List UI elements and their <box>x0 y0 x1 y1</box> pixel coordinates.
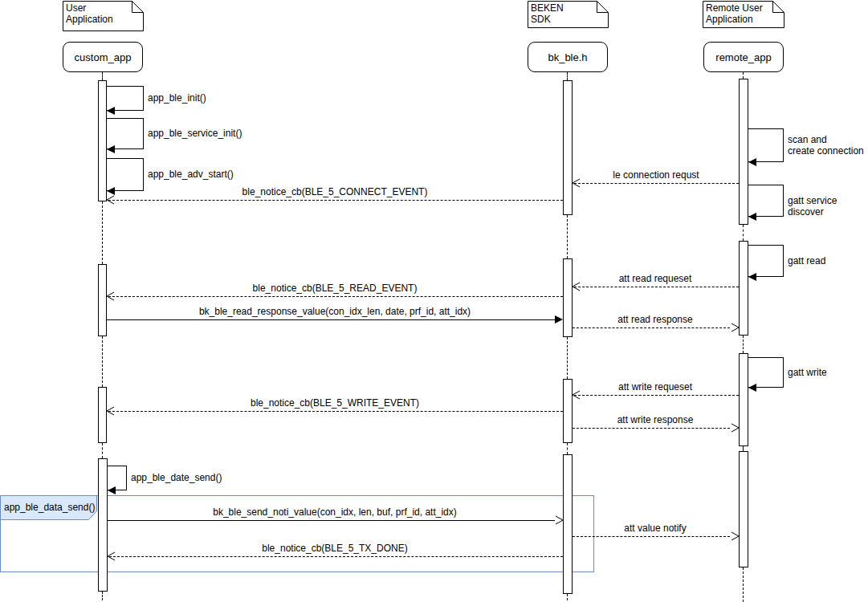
lifeline-bk-ble-h <box>567 72 568 80</box>
self-message-label: scan and create connection <box>788 134 864 157</box>
lifeline-custom-app <box>102 336 103 387</box>
actor-box-bk-ble-h: bk_ble.h <box>528 42 608 72</box>
lifeline-custom-app <box>102 592 103 600</box>
filled-arrowhead-left-icon <box>748 212 757 222</box>
lifeline-remote-app <box>743 72 744 79</box>
open-arrowhead-left-icon <box>107 551 116 561</box>
message-line-bk-ble-send-noti-value <box>108 520 555 521</box>
open-arrowhead-left-icon <box>106 291 116 301</box>
filled-arrowhead-left-icon <box>748 383 757 393</box>
filled-arrowhead-left-icon <box>107 486 116 495</box>
open-arrowhead-right-icon <box>730 531 740 541</box>
message-line-att-read-response <box>573 327 730 328</box>
message-label: bk_ble_read_response_value(con_idx_len, … <box>199 306 471 317</box>
message-label: le connection requst <box>613 169 699 181</box>
open-arrowhead-left-icon <box>572 390 581 400</box>
open-arrowhead-left-icon <box>572 178 581 188</box>
actor-box-label: custom_app <box>75 51 132 63</box>
message-label: bk_ble_send_noti_value(con_idx, len, buf… <box>213 506 457 518</box>
lifeline-custom-app <box>102 72 103 80</box>
filled-arrowhead-left-icon <box>748 157 757 167</box>
open-arrowhead-right-icon <box>730 423 740 433</box>
lifeline-custom-app <box>102 443 103 458</box>
self-message-label: app_ble_service_init() <box>148 128 242 139</box>
open-arrowhead-left-icon <box>106 406 116 416</box>
self-message-label: app_ble_init() <box>148 92 206 104</box>
lifeline-remote-app <box>743 336 744 353</box>
self-message-label: app_ble_date_send() <box>131 472 222 483</box>
activation-bar-bk-ble-h <box>563 454 573 594</box>
message-line-att-value-notify <box>573 536 730 537</box>
frame-label: app_ble_data_send() <box>4 502 95 513</box>
activation-bar-remote-app <box>739 353 748 446</box>
lifeline-bk-ble-h <box>567 594 568 600</box>
lifeline-bk-ble-h <box>567 337 568 379</box>
message-label: att read requeset <box>619 273 692 284</box>
message-line-bk-ble-read-response-value <box>107 319 555 320</box>
message-label: att write requeset <box>618 381 692 393</box>
lifeline-remote-app <box>743 225 744 241</box>
actor-note-remote-user-application: Remote User Application <box>706 2 763 25</box>
activation-bar-custom-app <box>98 80 107 201</box>
message-line-att-read-requeset <box>574 287 739 287</box>
actor-box-custom-app: custom_app <box>63 42 143 72</box>
message-line-le-connection-requst <box>574 183 739 184</box>
filled-arrowhead-left-icon <box>106 106 116 116</box>
message-label: ble_notice_cb(BLE_5_READ_EVENT) <box>253 283 418 294</box>
self-message-label: gatt write <box>788 367 827 378</box>
filled-arrowhead-left-icon <box>106 144 116 154</box>
open-arrowhead-right-icon <box>554 515 564 525</box>
activation-bar-bk-ble-h <box>563 258 573 337</box>
lifeline-custom-app <box>102 201 103 264</box>
actor-note-user-application: User Application <box>66 2 113 25</box>
message-label: ble_notice_cb(BLE_5_CONNECT_EVENT) <box>242 186 428 197</box>
message-label: att value notify <box>624 523 686 534</box>
activation-bar-remote-app <box>739 79 748 225</box>
message-line-ble-notice-cb-connect <box>108 200 563 201</box>
actor-box-label: remote_app <box>715 51 771 63</box>
message-label: att read response <box>617 314 692 325</box>
message-label: ble_notice_cb(BLE_5_WRITE_EVENT) <box>251 397 419 409</box>
lifeline-bk-ble-h <box>567 215 568 258</box>
open-arrowhead-right-icon <box>730 323 740 332</box>
activation-bar-bk-ble-h <box>563 379 573 443</box>
message-line-att-write-response <box>573 428 730 429</box>
activation-bar-custom-app <box>98 458 108 592</box>
open-arrowhead-left-icon <box>572 282 581 291</box>
filled-arrowhead-right-icon <box>554 315 564 324</box>
activation-bar-remote-app <box>739 451 748 567</box>
message-line-ble-notice-cb-tx-done <box>109 556 563 557</box>
open-arrowhead-left-icon <box>106 195 116 205</box>
message-label: ble_notice_cb(BLE_5_TX_DONE) <box>262 543 407 554</box>
lifeline-remote-app <box>743 567 744 602</box>
message-line-att-write-requeset <box>574 395 739 396</box>
actor-note-beken-sdk: BEKEN SDK <box>531 2 564 25</box>
sequence-diagram: User Application BEKEN SDK Remote User A… <box>0 0 868 602</box>
message-line-ble-notice-cb-read <box>108 296 563 297</box>
self-message-label: gatt read <box>788 255 825 266</box>
actor-box-label: bk_ble.h <box>548 51 587 63</box>
self-message-label: app_ble_adv_start() <box>148 169 234 180</box>
activation-bar-remote-app <box>739 241 748 336</box>
lifeline-bk-ble-h <box>567 443 568 454</box>
self-message-label: gatt service discover <box>788 195 868 218</box>
message-line-ble-notice-cb-write <box>108 411 563 412</box>
message-label: att write response <box>617 414 694 425</box>
actor-box-remote-app: remote_app <box>703 42 784 72</box>
filled-arrowhead-left-icon <box>748 272 757 282</box>
activation-bar-bk-ble-h <box>563 80 573 215</box>
